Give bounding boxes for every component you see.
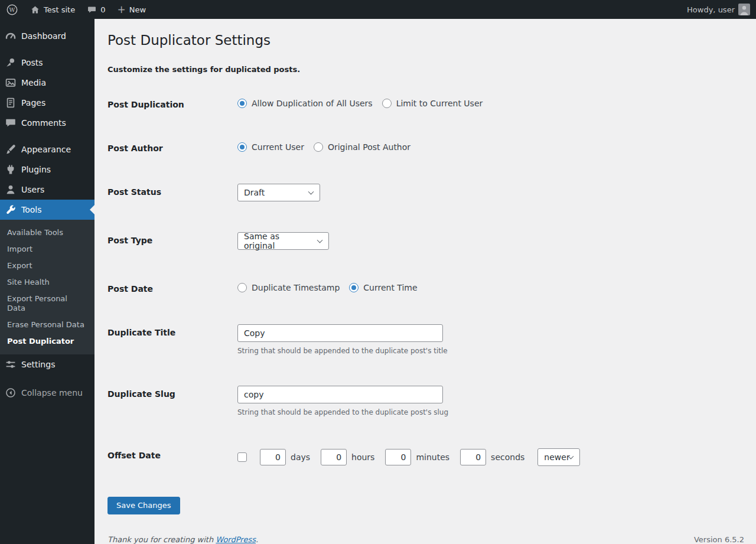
comments-shortcut[interactable]: 0 xyxy=(81,0,111,19)
radio-current-time[interactable]: Current Time xyxy=(349,283,417,292)
wordpress-link[interactable]: WordPress xyxy=(216,535,256,544)
submenu-item-import[interactable]: Import xyxy=(0,241,94,258)
submenu-item-site-health[interactable]: Site Health xyxy=(0,274,94,291)
pushpin-icon xyxy=(5,57,17,69)
dashboard-icon xyxy=(5,30,17,42)
footer: Thank you for creating with WordPress. V… xyxy=(107,535,744,544)
radio-checked-icon xyxy=(237,142,247,152)
post-type-select[interactable]: Same as original xyxy=(237,232,329,250)
save-changes-button[interactable]: Save Changes xyxy=(107,497,180,514)
page-subtitle: Customize the settings for duplicated po… xyxy=(107,65,744,74)
select-value: newer xyxy=(544,452,569,462)
unit-label-days: days xyxy=(291,452,310,462)
sidebar-item-plugins[interactable]: Plugins xyxy=(0,159,94,180)
collapse-menu-label: Collapse menu xyxy=(21,388,83,398)
duplicate-slug-input[interactable] xyxy=(237,386,443,403)
duplicate-title-input[interactable] xyxy=(237,324,443,342)
offset-direction-select[interactable]: newer xyxy=(537,448,580,466)
sidebar-item-dashboard[interactable]: Dashboard xyxy=(0,26,94,46)
radio-checked-icon xyxy=(237,99,247,108)
sidebar-item-media[interactable]: Media xyxy=(0,73,94,93)
offset-minutes-input[interactable] xyxy=(385,449,411,465)
unit-label-seconds: seconds xyxy=(491,452,524,462)
post-status-select[interactable]: Draft xyxy=(237,184,320,201)
radio-current-user[interactable]: Current User xyxy=(237,142,304,152)
wp-logo-menu[interactable]: W xyxy=(0,0,24,19)
offset-days-input[interactable] xyxy=(260,449,286,465)
field-label: Post Author xyxy=(107,140,237,153)
sidebar-item-label: Media xyxy=(21,78,46,87)
radio-limit-to-current-user[interactable]: Limit to Current User xyxy=(382,99,483,108)
sidebar-item-settings[interactable]: Settings xyxy=(0,354,94,374)
submenu-item-export[interactable]: Export xyxy=(0,258,94,274)
sidebar-item-users[interactable]: Users xyxy=(0,180,94,200)
unit-label-hours: hours xyxy=(351,452,374,462)
user-icon xyxy=(5,184,17,196)
media-icon xyxy=(5,77,17,89)
radio-label: Allow Duplication of All Users xyxy=(252,99,373,108)
sidebar-item-label: Comments xyxy=(21,118,66,128)
menu-separator xyxy=(0,46,94,53)
field-label: Post Type xyxy=(107,232,237,245)
offset-seconds-input[interactable] xyxy=(460,449,486,465)
sidebar-item-label: Pages xyxy=(21,98,45,108)
submenu-item-post-duplicator[interactable]: Post Duplicator xyxy=(0,333,94,350)
radio-duplicate-timestamp[interactable]: Duplicate Timestamp xyxy=(237,283,340,292)
sidebar-item-tools[interactable]: Tools xyxy=(0,200,94,220)
sidebar-item-label: Appearance xyxy=(21,145,71,154)
submenu-item-export-personal-data[interactable]: Export Personal Data xyxy=(0,291,94,317)
radio-unchecked-icon xyxy=(382,99,392,108)
sidebar-item-label: Settings xyxy=(21,360,55,369)
comments-count: 0 xyxy=(100,5,105,14)
offset-date-checkbox[interactable] xyxy=(237,452,247,462)
settings-sliders-icon xyxy=(5,359,17,370)
site-name-label: Test site xyxy=(44,5,75,14)
plus-icon: + xyxy=(118,5,126,15)
menu-separator xyxy=(0,133,94,139)
chevron-down-icon xyxy=(317,237,323,243)
page-title: Post Duplicator Settings xyxy=(107,19,744,50)
radio-label: Duplicate Timestamp xyxy=(252,283,340,292)
site-name-menu[interactable]: Test site xyxy=(24,0,81,19)
my-account-menu[interactable]: Howdy, user xyxy=(681,0,756,19)
radio-allow-duplication-all-users[interactable]: Allow Duplication of All Users xyxy=(237,99,373,108)
field-label: Post Status xyxy=(107,184,237,197)
sidebar-item-appearance[interactable]: Appearance xyxy=(0,139,94,159)
submenu-item-erase-personal-data[interactable]: Erase Personal Data xyxy=(0,317,94,333)
sidebar-item-comments[interactable]: Comments xyxy=(0,113,94,133)
collapse-menu-button[interactable]: Collapse menu xyxy=(0,383,94,403)
offset-hours-input[interactable] xyxy=(321,449,347,465)
field-label: Duplicate Title xyxy=(107,324,237,337)
footer-thanks-text: Thank you for creating with xyxy=(107,535,213,544)
new-label: New xyxy=(129,5,146,14)
sidebar-item-label: Users xyxy=(21,185,44,194)
submenu-item-available-tools[interactable]: Available Tools xyxy=(0,224,94,241)
field-description: String that should be appended to the du… xyxy=(237,347,448,355)
wordpress-logo-icon: W xyxy=(6,4,18,16)
tools-submenu: Available Tools Import Export Site Healt… xyxy=(0,220,94,354)
field-description: String that should be appended to the du… xyxy=(237,408,448,416)
new-content-menu[interactable]: + New xyxy=(112,0,152,19)
select-value: Same as original xyxy=(244,232,311,250)
row-duplicate-title: Duplicate Title String that should be ap… xyxy=(107,324,744,355)
collapse-arrow-icon xyxy=(5,387,17,399)
plug-icon xyxy=(5,164,17,175)
field-label: Post Duplication xyxy=(107,96,237,109)
radio-original-post-author[interactable]: Original Post Author xyxy=(314,142,410,152)
avatar xyxy=(738,4,750,15)
row-offset-date: Offset Date days hours minutes seconds n… xyxy=(107,447,744,466)
row-post-duplication: Post Duplication Allow Duplication of Al… xyxy=(107,96,744,109)
radio-checked-icon xyxy=(349,283,359,292)
field-label: Post Date xyxy=(107,281,237,294)
sidebar-item-label: Posts xyxy=(21,58,43,67)
comments-icon xyxy=(5,117,17,129)
sidebar-item-posts[interactable]: Posts xyxy=(0,53,94,73)
chevron-down-icon xyxy=(308,189,314,195)
home-icon xyxy=(30,5,40,15)
radio-label: Original Post Author xyxy=(328,142,410,152)
row-post-author: Post Author Current User Original Post A… xyxy=(107,140,744,153)
main-content: Post Duplicator Settings Customize the s… xyxy=(94,19,756,544)
sidebar-item-pages[interactable]: Pages xyxy=(0,93,94,113)
row-post-date: Post Date Duplicate Timestamp Current Ti… xyxy=(107,281,744,294)
footer-version: Version 6.5.2 xyxy=(694,535,744,544)
